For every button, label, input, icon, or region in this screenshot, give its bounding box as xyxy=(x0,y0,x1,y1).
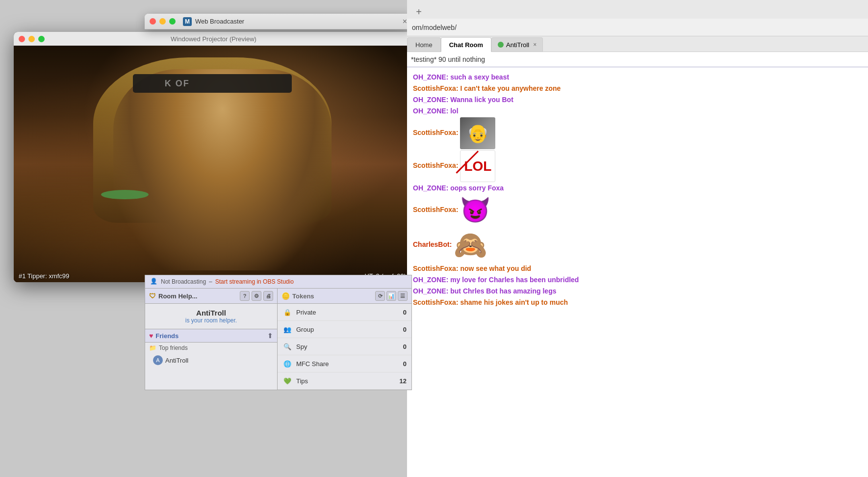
private-label: Private xyxy=(296,309,316,316)
antitroll-status-dot xyxy=(498,42,504,48)
chat-message-12: OH_ZONE: but Chrles Bot has amazing legs xyxy=(413,286,862,296)
folder-icon: 📁 xyxy=(149,344,156,351)
antitroll-info-box: AntiTroll is your room helper. xyxy=(145,304,277,329)
chat-image-lol: LOL xyxy=(460,150,495,182)
wb-close-x[interactable]: × xyxy=(403,17,407,26)
top-friends-row: 📁 Top friends xyxy=(145,343,277,353)
wp-video: K OF #1 Tipper: xmfc99 HT: 3 (xmfc99) xyxy=(14,46,411,282)
shield-icon: 🛡 xyxy=(149,292,156,300)
chat-tabs: Home Chat Room AntiTroll × xyxy=(407,36,868,52)
antitroll-subtitle: is your room helper. xyxy=(150,317,272,324)
chat-message-3: OH_ZONE: Wanna lick you Bot xyxy=(413,95,862,105)
windowed-projector: Windowed Projector (Preview) K OF #1 Tip… xyxy=(14,32,411,282)
private-icon: 🔒 xyxy=(282,307,292,317)
web-broadcaster-window: M Web Broadcaster × xyxy=(145,14,412,29)
wb-min-btn[interactable] xyxy=(159,18,166,25)
broadcaster-main: 🛡 Room Help... ? ⚙ 🖨 AntiTroll is your r… xyxy=(145,289,411,390)
tab-chatroom[interactable]: Chat Room xyxy=(441,37,491,52)
mfcshare-icon: 🌐 xyxy=(282,359,292,369)
chat-image-devil: 😈 xyxy=(460,194,492,226)
wb-titlebar: M Web Broadcaster × xyxy=(145,14,412,29)
windowed-projector-titlebar: Windowed Projector (Preview) xyxy=(14,32,411,46)
tokens-label: Tokens xyxy=(292,292,314,300)
tab-home[interactable]: Home xyxy=(407,37,441,52)
tips-icon: 💚 xyxy=(282,376,292,386)
start-streaming-link[interactable]: Start streaming in OBS Studio xyxy=(215,278,294,285)
token-row-spy: 🔍 Spy 0 xyxy=(278,338,411,355)
chat-area: Home Chat Room AntiTroll × OH_ZONE: such… xyxy=(407,36,868,477)
antitroll-friend-label: AntiTroll xyxy=(165,357,188,364)
charlesbot-label-1: CharlesBot: xyxy=(413,240,452,248)
group-value: 0 xyxy=(403,326,407,333)
not-broadcasting-text: Not Broadcasting xyxy=(161,278,206,285)
token-row-private: 🔒 Private 0 xyxy=(278,304,411,321)
group-label: Group xyxy=(296,326,314,333)
chat-input-bar[interactable] xyxy=(407,52,868,67)
print-btn[interactable]: 🖨 xyxy=(263,291,273,301)
top-friends-label: Top friends xyxy=(159,344,188,351)
chat-input[interactable] xyxy=(411,55,864,63)
lol-text: LOL xyxy=(464,156,491,177)
scottishfoxa-label-1: ScottishFoxa: xyxy=(413,129,459,136)
scottishfoxa-label-3: ScottishFoxa: xyxy=(413,206,459,213)
friend-avatar: A xyxy=(153,355,163,365)
token-row-tips: 💚 Tips 12 xyxy=(278,372,411,390)
scottishfoxa-label-2: ScottishFoxa: xyxy=(413,161,459,169)
tips-value: 12 xyxy=(400,377,407,385)
chart-btn[interactable]: 📊 xyxy=(386,291,396,301)
list-btn[interactable]: ☰ xyxy=(398,291,408,301)
settings-btn[interactable]: ⚙ xyxy=(252,291,261,301)
figure-silhouette xyxy=(113,69,332,270)
chat-message-13: ScottishFoxa: shame his jokes ain't up t… xyxy=(413,297,862,308)
panel-header-actions: ? ⚙ 🖨 xyxy=(240,291,273,301)
private-value: 0 xyxy=(403,309,407,316)
wb-close-btn[interactable] xyxy=(150,18,156,25)
chat-message-10: ScottishFoxa: now see what you did xyxy=(413,264,862,274)
chat-message-2: ScottishFoxa: I can't take you anywhere … xyxy=(413,83,862,94)
chat-message-1: OH_ZONE: such a sexy beast xyxy=(413,72,862,82)
wb-title: Web Broadcaster xyxy=(195,18,399,25)
friends-header: ♥ Friends ⬆ xyxy=(145,329,277,343)
chat-image-monkey: 🙈 xyxy=(454,227,489,263)
wp-video-content: K OF xyxy=(14,46,411,282)
right-panel: 🪙 Tokens ⟳ 📊 ☰ 🔒 Private 0 👥 Group 0 🔍 xyxy=(278,289,411,390)
wb-favicon: M xyxy=(183,17,192,26)
broadcaster-panel: 👤 Not Broadcasting – Start streaming in … xyxy=(145,275,412,390)
mfcshare-value: 0 xyxy=(403,360,407,368)
browser-tabs: + xyxy=(407,0,868,19)
left-panel: 🛡 Room Help... ? ⚙ 🖨 AntiTroll is your r… xyxy=(145,289,278,390)
chat-message-4: OH_ZONE: lol xyxy=(413,106,862,116)
token-row-mfcshare: 🌐 MFC Share 0 xyxy=(278,355,411,372)
chat-message-7: OH_ZONE: oops sorry Foxa xyxy=(413,183,862,193)
tips-label: Tips xyxy=(296,377,308,385)
broadcaster-status: 👤 Not Broadcasting – Start streaming in … xyxy=(145,275,411,289)
tokens-actions: ⟳ 📊 ☰ xyxy=(375,291,408,301)
chat-message-8-img: ScottishFoxa: 😈 xyxy=(413,194,862,226)
tokens-header: 🪙 Tokens ⟳ 📊 ☰ xyxy=(278,289,411,304)
refresh-btn[interactable]: ⟳ xyxy=(375,291,385,301)
friends-collapse-btn[interactable]: ⬆ xyxy=(267,332,273,340)
room-help-header: 🛡 Room Help... ? ⚙ 🖨 xyxy=(145,289,277,304)
spy-label: Spy xyxy=(296,343,307,350)
bandana xyxy=(133,74,292,93)
chat-message-11: OH_ZONE: my love for Charles has been un… xyxy=(413,275,862,285)
help-btn[interactable]: ? xyxy=(240,291,250,301)
person-icon: 👤 xyxy=(150,278,158,286)
wb-max-btn[interactable] xyxy=(169,18,176,25)
chat-image-bruce xyxy=(460,117,495,149)
address-text: om/modelweb/ xyxy=(412,24,457,31)
mfcshare-label: MFC Share xyxy=(296,360,329,368)
chat-message-5-img: ScottishFoxa: xyxy=(413,117,862,149)
tipper-label: #1 Tipper: xmfc99 xyxy=(19,272,69,280)
new-tab-button[interactable]: + xyxy=(412,5,426,19)
tokens-icon: 🪙 xyxy=(281,292,290,300)
chat-message-6-img: ScottishFoxa: LOL xyxy=(413,150,862,182)
chat-messages: OH_ZONE: such a sexy beast ScottishFoxa:… xyxy=(407,67,868,477)
bandana-text: K OF xyxy=(165,79,190,89)
room-help-label: Room Help... xyxy=(158,292,197,300)
address-bar[interactable]: om/modelweb/ xyxy=(407,19,868,36)
wp-title: Windowed Projector (Preview) xyxy=(21,35,406,43)
antitroll-tab-close[interactable]: × xyxy=(533,41,536,48)
friends-label: Friends xyxy=(155,332,179,340)
tab-antitroll[interactable]: AntiTroll × xyxy=(491,37,543,52)
